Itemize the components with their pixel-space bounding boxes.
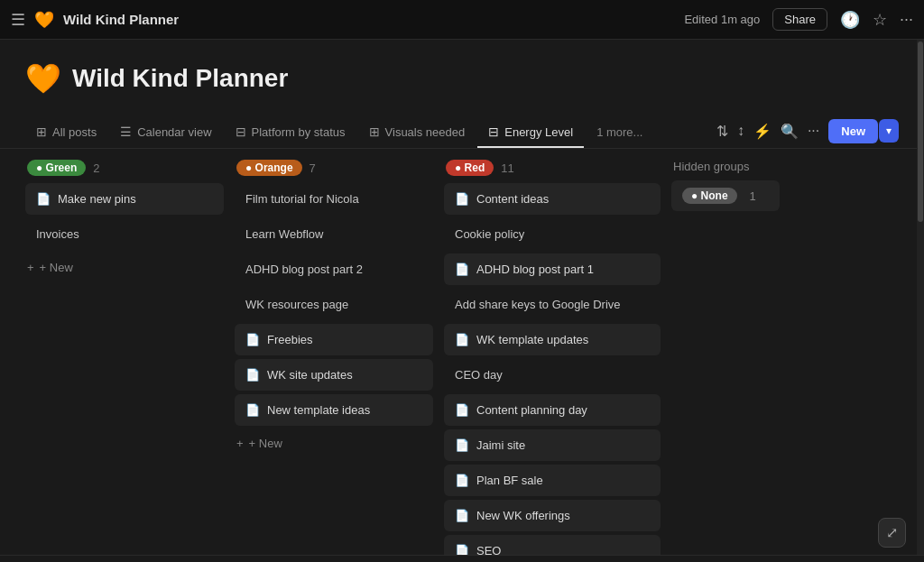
edited-text: Edited 1m ago — [684, 13, 760, 26]
topbar-right: Edited 1m ago Share 🕐 ☆ ··· — [684, 8, 913, 31]
more-options-icon[interactable]: ··· — [900, 10, 913, 29]
card-freebies[interactable]: 📄 Freebies — [235, 324, 433, 355]
orange-count: 7 — [310, 161, 316, 175]
doc-icon: 📄 — [36, 192, 51, 206]
energy-icon: ⊟ — [488, 124, 499, 139]
filter-icon[interactable]: ⇅ — [716, 123, 728, 140]
card-new-wk-offerings[interactable]: 📄 New WK offerings — [444, 500, 661, 531]
column-green: ● Green 2 📄 Make new pins Invoices + + N… — [25, 156, 224, 548]
doc-icon-11: 📄 — [455, 509, 469, 522]
app-title: Wild Kind Planner — [63, 12, 179, 27]
card-film-tutorial[interactable]: Film tutorial for Nicola — [235, 183, 433, 215]
card-wk-template-updates[interactable]: 📄 WK template updates — [444, 324, 661, 355]
page-header: 🧡 Wild Kind Planner — [0, 40, 924, 117]
new-button-group: New ▾ — [828, 119, 899, 143]
add-new-green[interactable]: + + New — [25, 253, 224, 281]
red-count: 11 — [501, 161, 513, 175]
card-invoices[interactable]: Invoices — [25, 218, 224, 250]
main-content: 🧡 Wild Kind Planner ⊞ All posts ☰ Calend… — [0, 40, 924, 562]
expand-button[interactable]: ⤢ — [878, 518, 906, 548]
doc-icon-7: 📄 — [455, 333, 469, 346]
board: ● Green 2 📄 Make new pins Invoices + + N… — [0, 149, 924, 555]
badge-red: ● Red — [446, 160, 494, 176]
card-plan-bf-sale[interactable]: 📄 Plan BF sale — [444, 465, 661, 496]
badge-orange: ● Orange — [236, 160, 302, 176]
page-title-row: 🧡 Wild Kind Planner — [25, 61, 899, 96]
all-posts-icon: ⊞ — [36, 124, 47, 139]
card-adhd-part2[interactable]: ADHD blog post part 2 — [235, 253, 433, 285]
card-seo[interactable]: 📄 SEO — [444, 535, 661, 555]
topbar-left: ☰ 🧡 Wild Kind Planner — [11, 10, 179, 30]
card-add-share-keys[interactable]: Add share keys to Google Drive — [444, 289, 661, 320]
badge-none: ● None — [682, 188, 737, 204]
doc-icon-2: 📄 — [245, 333, 260, 346]
column-header-orange: ● Orange 7 — [235, 156, 433, 183]
scrollbar-thumb[interactable] — [918, 41, 923, 222]
history-icon[interactable]: 🕐 — [840, 10, 860, 30]
tab-platform[interactable]: ⊟ Platform by status — [225, 117, 356, 148]
horizontal-scrollbar[interactable] — [0, 555, 924, 562]
card-content-ideas[interactable]: 📄 Content ideas — [444, 183, 661, 215]
doc-icon-5: 📄 — [455, 192, 469, 206]
green-count: 2 — [93, 161, 99, 175]
vertical-scrollbar[interactable] — [917, 40, 924, 555]
doc-icon-10: 📄 — [455, 474, 469, 487]
hidden-groups-label: Hidden groups — [673, 160, 750, 173]
column-header-green: ● Green 2 — [25, 156, 224, 183]
platform-icon: ⊟ — [236, 124, 246, 139]
share-button[interactable]: Share — [772, 8, 827, 31]
hidden-groups-header: Hidden groups — [671, 156, 780, 180]
none-count: 1 — [750, 189, 756, 203]
card-jaimi-site[interactable]: 📄 Jaimi site — [444, 429, 661, 461]
card-ceo-day[interactable]: CEO day — [444, 359, 661, 391]
card-learn-webflow[interactable]: Learn Webflow — [235, 218, 433, 250]
tab-energy[interactable]: ⊟ Energy Level — [477, 117, 584, 148]
heart-icon: 🧡 — [34, 10, 54, 30]
search-icon[interactable]: 🔍 — [781, 123, 799, 140]
sort-icon[interactable]: ↕ — [737, 123, 744, 139]
doc-icon-6: 📄 — [455, 263, 469, 276]
doc-icon-4: 📄 — [245, 403, 260, 417]
doc-icon-12: 📄 — [455, 544, 469, 555]
calendar-icon: ☰ — [120, 124, 132, 139]
star-icon[interactable]: ☆ — [873, 10, 887, 30]
add-new-orange[interactable]: + + New — [235, 429, 433, 457]
bolt-icon[interactable]: ⚡ — [753, 123, 772, 140]
hidden-groups-column: Hidden groups ● None 1 — [671, 156, 780, 548]
tab-more[interactable]: 1 more... — [586, 118, 653, 148]
column-orange: ● Orange 7 Film tutorial for Nicola Lear… — [235, 156, 433, 548]
column-header-red: ● Red 11 — [444, 156, 661, 183]
card-wk-resources[interactable]: WK resources page — [235, 289, 433, 320]
new-button-caret[interactable]: ▾ — [879, 119, 899, 143]
card-wk-site-updates[interactable]: 📄 WK site updates — [235, 359, 433, 391]
card-make-new-pins[interactable]: 📄 Make new pins — [25, 183, 224, 215]
plus-icon: + — [27, 261, 34, 274]
card-adhd-part1[interactable]: 📄 ADHD blog post part 1 — [444, 253, 661, 285]
topbar: ☰ 🧡 Wild Kind Planner Edited 1m ago Shar… — [0, 0, 924, 40]
tab-all-posts[interactable]: ⊞ All posts — [25, 117, 107, 148]
hamburger-icon[interactable]: ☰ — [11, 10, 25, 30]
doc-icon-3: 📄 — [245, 368, 260, 382]
page-heart-icon: 🧡 — [25, 61, 61, 96]
tabs-bar: ⊞ All posts ☰ Calendar view ⊟ Platform b… — [0, 117, 924, 149]
badge-green: ● Green — [27, 160, 86, 176]
plus-icon-2: + — [236, 437, 244, 450]
visuals-icon: ⊞ — [369, 124, 380, 139]
tab-visuals[interactable]: ⊞ Visuals needed — [358, 117, 476, 148]
card-none[interactable]: ● None 1 — [671, 180, 780, 211]
tab-calendar[interactable]: ☰ Calendar view — [109, 117, 222, 148]
card-cookie-policy[interactable]: Cookie policy — [444, 218, 661, 250]
doc-icon-8: 📄 — [455, 403, 469, 417]
card-content-planning-day[interactable]: 📄 Content planning day — [444, 394, 661, 426]
more-toolbar-icon[interactable]: ··· — [808, 123, 819, 139]
page-title: Wild Kind Planner — [72, 64, 288, 93]
column-red: ● Red 11 📄 Content ideas Cookie policy 📄… — [444, 156, 661, 548]
new-button[interactable]: New — [828, 119, 878, 143]
doc-icon-9: 📄 — [455, 438, 469, 452]
card-new-template-ideas[interactable]: 📄 New template ideas — [235, 394, 433, 426]
